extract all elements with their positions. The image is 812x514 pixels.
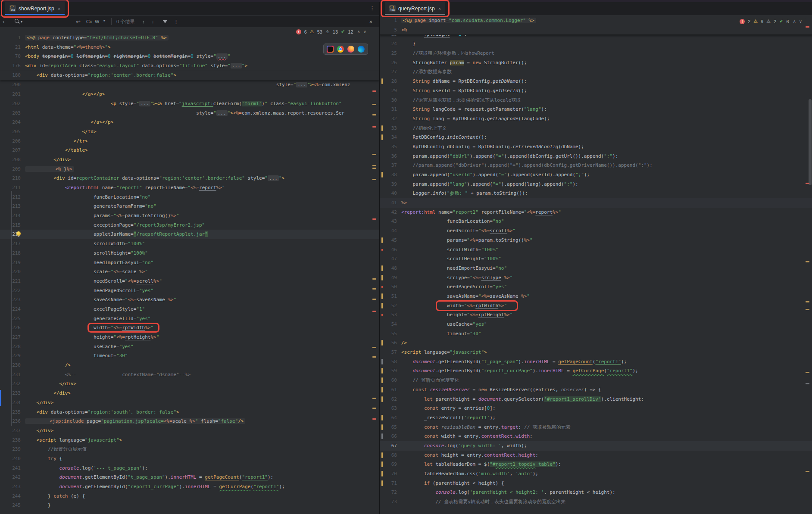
line-number: 59 (384, 366, 401, 376)
close-search-icon[interactable]: × (369, 16, 372, 28)
lightbulb-icon[interactable] (16, 231, 21, 237)
code-line: 235 <div data-options="region:'south', b… (0, 408, 379, 417)
line-number: 32 (384, 114, 401, 124)
line-number: 235 (6, 408, 25, 417)
inspections-widget-right[interactable]: !2 ⚠9 ⚠2 ✔6 ∧ ∨ (737, 18, 806, 25)
line-number: 72 (384, 488, 401, 497)
line-number: 243 (6, 482, 25, 492)
line-number: 24 (384, 39, 401, 49)
code-line: 223 saveAsName="<%=saveAsName %>" (0, 295, 379, 305)
line-number: 222 (6, 286, 25, 296)
regex-toggle[interactable]: .* (102, 16, 105, 28)
intellij-icon[interactable] (327, 46, 334, 53)
code-line: 27 //添加数据库参数 (380, 67, 812, 77)
search-options-icon[interactable]: ⋮ (173, 16, 179, 28)
code-line: 32 String lang = RptDBConfig.getLangCode… (380, 114, 812, 124)
line-number: 202 (6, 99, 25, 109)
passed-icon: ✔ (341, 29, 345, 34)
line-number: 241 (6, 464, 25, 473)
line-number: 176 (6, 61, 25, 71)
passed-icon: ✔ (779, 19, 783, 24)
line-number: 45 (384, 236, 401, 245)
prev-next-problem-icons[interactable]: ∧ ∨ (793, 19, 803, 24)
inspections-widget-left[interactable]: !6 ⚠53 ⚠13 ✔12 ∧ ∨ (294, 28, 370, 35)
tab-queryreport[interactable]: queryReport.jsp × (385, 2, 445, 15)
code-line: 67 console.log('query width: ', width); (380, 441, 812, 451)
line-number: 236 (6, 417, 25, 426)
line-number: 50 (384, 282, 401, 292)
error-stripe-mark (372, 168, 376, 169)
code-editor-left[interactable]: 1<%@ page contentType="text/html;charset… (0, 27, 379, 514)
code-line: 5<% (380, 25, 812, 35)
close-tab-icon[interactable]: × (438, 6, 441, 11)
code-line: 210 <div id=reportContainer data-options… (0, 174, 379, 183)
line-number: 207 (6, 146, 25, 155)
error-stripe-mark (372, 154, 376, 155)
code-line: 71 if (parentHeight < height) { (380, 479, 812, 488)
edge-icon[interactable] (358, 46, 365, 53)
line-number: 233 (6, 389, 25, 398)
code-line: 214 params="<%=param.toString()%>" (0, 211, 379, 221)
code-line: 73 // 当表格需要y轴滚动时，表头也需要将滚动条的宽度空出来 (380, 497, 812, 507)
line-number: 61 (384, 385, 401, 395)
tab-options-icon[interactable]: ⋮ (369, 5, 375, 11)
editor-pane-right: queryReport.jsp × 1<%@ page import="com.… (379, 2, 812, 514)
scrollbar-thumb[interactable] (809, 99, 812, 185)
line-number: 69 (384, 460, 401, 469)
code-line: 56/> (380, 338, 812, 348)
line-number: 220 (6, 267, 25, 277)
line-number: 39 (384, 180, 401, 189)
next-match-icon[interactable]: ↓ (152, 16, 154, 28)
code-line: 28 String dbName = RptDBConfig.getDbName… (380, 77, 812, 86)
firefox-icon[interactable] (347, 46, 354, 53)
code-line: 227 height="<%=rptHeight%>" (0, 333, 379, 342)
line-number: 245 (6, 501, 25, 510)
code-line: 208 </div> (0, 155, 379, 165)
search-results-count: 0 个结果 (116, 16, 134, 28)
line-number: 212 (6, 193, 25, 202)
line-number: 31 (384, 105, 401, 114)
code-line: 43 funcBarLocation="no" (380, 217, 812, 226)
line-number: 180 (6, 71, 25, 80)
code-line: 33 //初始化上下文 (380, 124, 812, 133)
line-number: 60 (384, 376, 401, 385)
code-line: 202 <p style="..."><a href="javascript:c… (0, 99, 379, 109)
code-line: 59 document.getElementById("report1_curr… (380, 366, 812, 376)
code-line: 26 StringBuffer param = new StringBuffer… (380, 58, 812, 68)
error-stripe-mark (372, 299, 376, 300)
editor-pane-left: showReport.jsp × ⋮ › ▾ ↩ Cc W .* 0 个结果 ↑… (0, 2, 379, 514)
line-number: 216 (6, 230, 25, 239)
line-number: 36 (384, 152, 401, 161)
code-line: 39 param.append("lang").append("=").appe… (380, 180, 812, 189)
line-number: 65 (384, 423, 401, 432)
code-line: 45 params="<%=param.toString()%>" (380, 236, 812, 245)
code-line: 225 generateCellId="yes" (0, 314, 379, 324)
code-line: 239 //设置分页显示值 (0, 445, 379, 454)
line-number: 200 (6, 80, 25, 90)
error-stripe-mark (372, 114, 376, 115)
code-line: 237 </div> (0, 426, 379, 436)
error-stripe-mark (372, 126, 376, 128)
tab-showreport[interactable]: showReport.jsp × (5, 2, 65, 15)
code-line: 180 <div data-options="region:'center',b… (0, 71, 379, 81)
prev-next-problem-icons[interactable]: ∧ ∨ (357, 29, 367, 34)
expand-search-icon[interactable]: › (3, 16, 4, 28)
search-icon[interactable]: ▾ (15, 16, 22, 28)
error-stripe-mark (372, 347, 376, 348)
filter-icon[interactable] (163, 16, 167, 28)
line-number: 29 (384, 86, 401, 96)
match-case-toggle[interactable]: Cc (86, 16, 92, 28)
code-line: 57<script language="javascript"> (380, 348, 812, 357)
chrome-icon[interactable] (337, 46, 344, 53)
code-editor-right[interactable]: 1<%@ page import="com.scudata.common.Log… (380, 15, 812, 514)
line-number: 211 (6, 183, 25, 193)
line-number: 223 (6, 295, 25, 305)
close-tab-icon[interactable]: × (58, 6, 60, 11)
newline-toggle-icon[interactable]: ↩ (76, 16, 81, 28)
code-line: 72 console.log('parentHeight < height2: … (380, 488, 812, 497)
prev-match-icon[interactable]: ↑ (142, 16, 145, 28)
code-line: 62 let parentHeight = document.querySele… (380, 395, 812, 404)
line-number: 210 (6, 174, 25, 183)
tab-label: showReport.jsp (19, 6, 54, 12)
words-toggle[interactable]: W (95, 16, 99, 28)
